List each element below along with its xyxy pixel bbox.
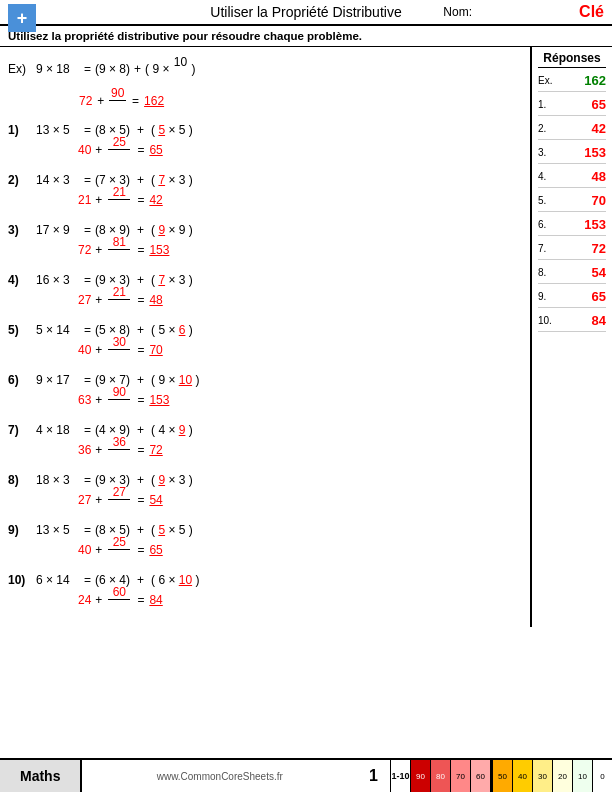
result1: 36 — [78, 443, 91, 457]
example-lhs: 9 × 18 — [36, 62, 80, 76]
answer-row: 5.70 — [538, 190, 606, 212]
result1: 40 — [78, 143, 91, 157]
problem-num: 10) — [8, 573, 34, 587]
problem-num: 6) — [8, 373, 34, 387]
problem-wrapper-6: 6) 9 × 17 = (9 × 7) + ( 9 × 10 ) 63 + 90… — [8, 373, 522, 414]
answer-row: 3.153 — [538, 142, 606, 164]
score-10: 10 — [572, 760, 592, 792]
problem-line2-1: 40 + 25 = 65 — [8, 135, 522, 164]
problem-answer: 65 — [149, 143, 162, 157]
problem-line2-9: 40 + 25 = 65 — [8, 535, 522, 564]
answer-label: 10. — [538, 315, 558, 326]
score-range-label: 1-10 — [390, 760, 410, 792]
nom-label: Nom: — [443, 5, 472, 19]
problem-wrapper-8: 8) 18 × 3 = (9 × 3) + ( 9 × 3 ) 27 + 27 … — [8, 473, 522, 514]
answer-value: 65 — [558, 97, 606, 112]
answer-label: 3. — [538, 147, 558, 158]
answer-label: 2. — [538, 123, 558, 134]
answers-area: Réponses Ex.1621.652.423.1534.485.706.15… — [532, 47, 612, 627]
answer-row: Ex.162 — [538, 70, 606, 92]
problem-num: 2) — [8, 173, 34, 187]
problem-wrapper-10: 10) 6 × 14 = (6 × 4) + ( 6 × 10 ) 24 + 6… — [8, 573, 522, 614]
score-30: 30 — [532, 760, 552, 792]
footer-score-range1: 1-10 90 80 70 60 — [390, 760, 490, 792]
problem-num: 4) — [8, 273, 34, 287]
problem-wrapper-3: 3) 17 × 9 = (8 × 9) + ( 9 × 9 ) 72 + 81 … — [8, 223, 522, 264]
problem-answer: 72 — [149, 443, 162, 457]
problem-wrapper-1: 1) 13 × 5 = (8 × 5) + ( 5 × 5 ) 40 + 25 … — [8, 123, 522, 164]
main-content: Ex) 9 × 18 = (9 × 8) + ( 9 × 10 ) 72 + 9… — [0, 47, 612, 627]
problem-lhs: 13 × 5 — [36, 523, 80, 537]
problem-lhs: 14 × 3 — [36, 173, 80, 187]
score-0: 0 — [592, 760, 612, 792]
answer-row: 6.153 — [538, 214, 606, 236]
problem-wrapper-4: 4) 16 × 3 = (9 × 3) + ( 7 × 3 ) 27 + 21 … — [8, 273, 522, 314]
answer-row: 8.54 — [538, 262, 606, 284]
problem-wrapper-7: 7) 4 × 18 = (4 × 9) + ( 4 × 9 ) 36 + 36 … — [8, 423, 522, 464]
answer-value: 153 — [558, 145, 606, 160]
problem-line2-2: 21 + 21 = 42 — [8, 185, 522, 214]
logo-icon: + — [8, 4, 36, 32]
score-40: 40 — [512, 760, 532, 792]
answer-row: 4.48 — [538, 166, 606, 188]
answers-title: Réponses — [538, 51, 606, 68]
problem-answer: 153 — [149, 393, 169, 407]
problems-container: 1) 13 × 5 = (8 × 5) + ( 5 × 5 ) 40 + 25 … — [8, 123, 522, 614]
answer-value: 70 — [558, 193, 606, 208]
problem-lhs: 13 × 5 — [36, 123, 80, 137]
problem-lhs: 6 × 14 — [36, 573, 80, 587]
problem-line2-6: 63 + 90 = 153 — [8, 385, 522, 414]
result1: 24 — [78, 593, 91, 607]
problem-answer: 70 — [149, 343, 162, 357]
problem-wrapper-9: 9) 13 × 5 = (8 × 5) + ( 5 × 5 ) 40 + 25 … — [8, 523, 522, 564]
answer-row: 2.42 — [538, 118, 606, 140]
page-title: Utiliser la Propriété Distributive — [210, 4, 401, 20]
cle-label: Clé — [579, 3, 604, 21]
answers-container: Ex.1621.652.423.1534.485.706.1537.728.54… — [538, 70, 606, 332]
answer-value: 42 — [558, 121, 606, 136]
footer-page: 1 — [357, 767, 390, 785]
footer-subject: Maths — [0, 760, 82, 792]
problem-line2-4: 27 + 21 = 48 — [8, 285, 522, 314]
result1: 63 — [78, 393, 91, 407]
answer-row: 1.65 — [538, 94, 606, 116]
problem-answer: 54 — [149, 493, 162, 507]
problem-line2-7: 36 + 36 = 72 — [8, 435, 522, 464]
problem-num: 9) — [8, 523, 34, 537]
result1: 27 — [78, 293, 91, 307]
result1: 40 — [78, 543, 91, 557]
score-70: 70 — [450, 760, 470, 792]
answer-row: 10.84 — [538, 310, 606, 332]
problems-area: Ex) 9 × 18 = (9 × 8) + ( 9 × 10 ) 72 + 9… — [0, 47, 532, 627]
problem-lhs: 16 × 3 — [36, 273, 80, 287]
problem-answer: 84 — [149, 593, 162, 607]
answer-value: 65 — [558, 289, 606, 304]
example-underline-val: 10 — [172, 55, 188, 83]
answer-label: Ex. — [538, 75, 558, 86]
problem-num: 7) — [8, 423, 34, 437]
answer-row: 7.72 — [538, 238, 606, 260]
problem-lhs: 18 × 3 — [36, 473, 80, 487]
problem-answer: 48 — [149, 293, 162, 307]
answer-value: 48 — [558, 169, 606, 184]
problem-wrapper-5: 5) 5 × 14 = (5 × 8) + ( 5 × 6 ) 40 + 30 … — [8, 323, 522, 364]
answer-value: 54 — [558, 265, 606, 280]
problem-answer: 65 — [149, 543, 162, 557]
answer-value: 72 — [558, 241, 606, 256]
footer-website: www.CommonCoreSheets.fr — [82, 771, 357, 782]
answer-value: 162 — [558, 73, 606, 88]
problem-answer: 153 — [149, 243, 169, 257]
footer-score-range2: 50 40 30 20 10 0 — [490, 760, 612, 792]
example-row2: 72 + 90 = 162 — [8, 86, 522, 115]
instruction-text: Utilisez la propriété distributive pour … — [0, 26, 612, 47]
score-50: 50 — [492, 760, 512, 792]
problem-num: 1) — [8, 123, 34, 137]
problem-num: 8) — [8, 473, 34, 487]
page-footer: Maths www.CommonCoreSheets.fr 1 1-10 90 … — [0, 758, 612, 792]
problem-line2-5: 40 + 30 = 70 — [8, 335, 522, 364]
result1: 21 — [78, 193, 91, 207]
answer-row: 9.65 — [538, 286, 606, 308]
score-60: 60 — [470, 760, 490, 792]
problem-lhs: 4 × 18 — [36, 423, 80, 437]
problem-lhs: 9 × 17 — [36, 373, 80, 387]
